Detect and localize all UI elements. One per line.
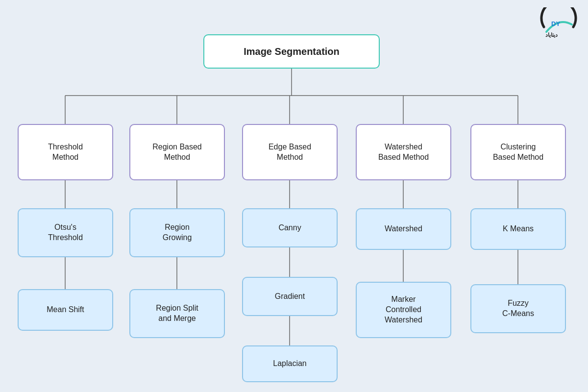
kmeans-node: K Means — [470, 208, 566, 250]
marker-watershed-label: MarkerControlledWatershed — [385, 294, 422, 325]
root-node: Image Segmentation — [203, 34, 380, 69]
canny-node: Canny — [242, 208, 338, 247]
mean-shift-label: Mean Shift — [47, 305, 84, 315]
watershed-node: Watershed — [356, 208, 451, 250]
threshold-label: ThresholdMethod — [48, 142, 83, 163]
kmeans-label: K Means — [503, 224, 534, 234]
region-growing-label: RegionGrowing — [163, 222, 192, 243]
region-based-label: Region BasedMethod — [152, 142, 202, 163]
root-label: Image Segmentation — [244, 45, 340, 58]
diagram-container: Image Segmentation ThresholdMethod Regio… — [0, 0, 588, 392]
laplacian-node: Laplacian — [242, 345, 338, 382]
canny-label: Canny — [278, 223, 301, 233]
threshold-method-node: ThresholdMethod — [18, 124, 113, 180]
fuzzy-cmeans-label: FuzzyC-Means — [502, 298, 534, 319]
clustering-based-node: ClusteringBased Method — [470, 124, 566, 180]
brand-logo: DY دیتایاد — [537, 7, 581, 47]
otsu-threshold-node: Otsu'sThreshold — [18, 208, 113, 257]
region-split-label: Region Splitand Merge — [156, 303, 198, 324]
svg-text:دیتایاد: دیتایاد — [545, 32, 558, 38]
edge-based-node: Edge BasedMethod — [242, 124, 338, 180]
laplacian-label: Laplacian — [273, 359, 307, 369]
svg-text:DY: DY — [551, 20, 560, 27]
gradient-node: Gradient — [242, 277, 338, 316]
fuzzy-cmeans-node: FuzzyC-Means — [470, 284, 566, 333]
otsu-label: Otsu'sThreshold — [48, 222, 83, 243]
logo-svg: DY دیتایاد — [537, 7, 581, 47]
region-growing-node: RegionGrowing — [129, 208, 225, 257]
gradient-label: Gradient — [275, 292, 305, 302]
watershed-based-node: WatershedBased Method — [356, 124, 451, 180]
region-based-node: Region BasedMethod — [129, 124, 225, 180]
watershed-based-label: WatershedBased Method — [378, 142, 429, 163]
mean-shift-node: Mean Shift — [18, 289, 113, 331]
edge-based-label: Edge BasedMethod — [269, 142, 311, 163]
clustering-based-label: ClusteringBased Method — [493, 142, 543, 163]
marker-watershed-node: MarkerControlledWatershed — [356, 282, 451, 338]
region-split-node: Region Splitand Merge — [129, 289, 225, 338]
watershed-label: Watershed — [385, 224, 422, 234]
